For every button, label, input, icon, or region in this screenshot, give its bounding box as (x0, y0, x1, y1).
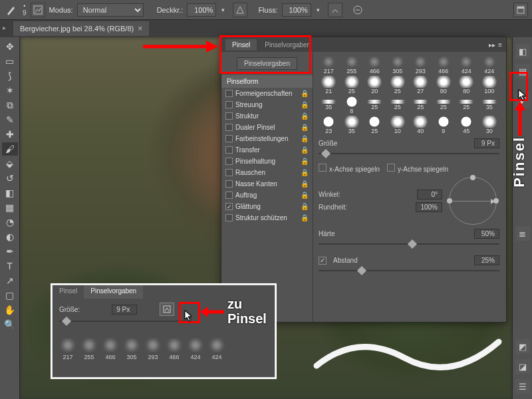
brush-option-streuung[interactable]: Streuung🔒 (221, 99, 313, 110)
dock-bottom2-icon[interactable]: ◪ (515, 359, 530, 374)
airbrush-icon[interactable] (328, 3, 342, 17)
tab-pinselvorgaben[interactable]: Pinselvorgaben (258, 39, 317, 51)
popup-thumbnails[interactable]: 217255466305293466424424 (59, 338, 268, 360)
brush-option-auftrag[interactable]: Auftrag🔒 (221, 190, 313, 201)
panel-menu-icon[interactable]: ≡ (498, 41, 502, 49)
brush-thumb[interactable]: 25 (388, 96, 408, 114)
history-brush-tool[interactable]: ↺ (2, 172, 18, 185)
shape-tool[interactable]: ▢ (2, 289, 18, 302)
brush-thumb[interactable]: 25 (364, 96, 385, 114)
tab-pinsel[interactable]: Pinsel (225, 39, 257, 51)
blend-mode-select[interactable]: Normal (77, 3, 144, 17)
magic-wand-tool[interactable]: ✶ (2, 84, 18, 97)
angle-value[interactable]: 0° (417, 190, 442, 200)
brush-thumb[interactable]: 305 (388, 56, 408, 74)
brush-option-struktur-schützen[interactable]: Struktur schützen🔒 (221, 212, 313, 223)
pen-tool[interactable]: ✒ (2, 245, 18, 258)
eraser-tool[interactable]: ◧ (2, 186, 18, 200)
crop-tool[interactable]: ⧉ (2, 98, 18, 112)
close-icon[interactable]: × (138, 24, 142, 33)
brush-thumb[interactable]: 217 (59, 338, 76, 360)
move-tool[interactable]: ✥ (2, 40, 18, 53)
gradient-tool[interactable]: ▦ (2, 201, 18, 214)
dodge-tool[interactable]: ◐ (2, 230, 18, 243)
popup-size-slider[interactable] (59, 317, 186, 326)
popup-tab-pinsel[interactable]: Pinsel (53, 285, 84, 299)
path-tool[interactable]: ↗ (2, 274, 18, 287)
brush-option-pinselhaltung[interactable]: Pinselhaltung🔒 (221, 156, 313, 167)
brush-thumb[interactable]: 255 (80, 338, 98, 360)
hardness-slider[interactable] (319, 239, 499, 249)
brush-thumb[interactable]: 8 (342, 96, 362, 114)
brush-thumb[interactable]: 424 (187, 338, 204, 360)
document-tab[interactable]: Bergviecher.jpg bei 28.4% (RGB/8) × (13, 21, 149, 36)
spacing-checkbox[interactable]: ✓ (319, 257, 327, 265)
brush-thumb[interactable]: 25 (434, 96, 454, 114)
brush-thumb[interactable]: 217 (319, 56, 339, 74)
brush-thumb[interactable]: 45 (456, 116, 477, 134)
brush-thumb[interactable]: 25 (456, 96, 477, 114)
brush-thumb[interactable]: 20 (364, 76, 385, 94)
dock-swatches-icon[interactable]: ◧ (515, 44, 530, 59)
brush-thumb[interactable]: 100 (479, 76, 500, 94)
brush-thumb[interactable]: 466 (434, 56, 454, 74)
brush-option-struktur[interactable]: Struktur🔒 (221, 110, 313, 122)
healing-tool[interactable]: ✚ (2, 128, 18, 141)
panel-toggle-icon[interactable] (513, 3, 528, 17)
eyedropper-tool[interactable]: ✎ (2, 113, 18, 126)
opacity-input[interactable]: 100% (187, 3, 216, 17)
brush-option-formeigenschaften[interactable]: Formeigenschaften🔒 (221, 88, 313, 99)
stamp-tool[interactable]: ⬙ (2, 157, 18, 170)
angle-control[interactable] (449, 177, 497, 225)
dock-bottom1-icon[interactable]: ◩ (515, 339, 530, 354)
brush-thumb[interactable]: 293 (410, 56, 431, 74)
spacing-slider[interactable] (319, 266, 499, 275)
opacity-pressure-icon[interactable] (233, 3, 247, 17)
brush-thumb[interactable]: 23 (319, 116, 339, 134)
lasso-tool[interactable]: ⟆ (2, 69, 18, 82)
dock-layers-icon[interactable]: ≣ (515, 226, 530, 241)
dock-color-icon[interactable]: ▤ (515, 64, 530, 78)
brush-thumb[interactable]: 80 (456, 76, 477, 94)
dock-bottom3-icon[interactable]: ☰ (515, 379, 530, 394)
brush-thumb[interactable]: 21 (319, 76, 339, 94)
brush-thumb[interactable]: 25 (388, 76, 408, 94)
brush-thumb[interactable]: 424 (456, 56, 477, 74)
hardness-value[interactable]: 50% (474, 229, 499, 239)
marquee-tool[interactable]: ▭ (2, 55, 18, 68)
brush-option-rauschen[interactable]: Rauschen🔒 (221, 167, 313, 178)
brush-thumb[interactable]: 466 (364, 56, 385, 74)
type-tool[interactable]: T (2, 259, 18, 273)
brush-thumb[interactable]: 466 (102, 338, 119, 360)
brush-thumb[interactable]: 35 (479, 96, 500, 114)
brush-thumb[interactable]: 40 (410, 116, 431, 134)
brush-thumb[interactable]: 424 (208, 338, 225, 360)
brush-thumb[interactable]: 25 (342, 76, 362, 94)
brush-option-transfer[interactable]: Transfer🔒 (221, 144, 313, 156)
brush-size-indicator[interactable]: •9 (23, 3, 27, 17)
brush-thumb[interactable]: 255 (342, 56, 362, 74)
pinselvorgaben-button[interactable]: Pinselvorgaben (237, 57, 297, 70)
brush-thumb[interactable]: 25 (410, 96, 431, 114)
flip-x-checkbox[interactable] (319, 164, 327, 172)
brush-thumb[interactable]: 27 (410, 76, 431, 94)
popup-tab-vorgaben[interactable]: Pinselvorgaben (84, 285, 143, 299)
brush-tool-icon[interactable] (4, 3, 19, 17)
size-value[interactable]: 9 Px (474, 138, 499, 148)
flip-y-checkbox[interactable] (387, 164, 395, 172)
brush-option-glättung[interactable]: ✓Glättung🔒 (221, 201, 313, 212)
toggle-brush-panel-button[interactable] (160, 303, 174, 316)
hand-tool[interactable]: ✋ (2, 303, 18, 317)
brush-tool[interactable]: 🖌 (2, 142, 18, 156)
blur-tool[interactable]: ◔ (2, 215, 18, 229)
size-slider[interactable] (319, 149, 499, 158)
brush-thumb[interactable]: 35 (342, 116, 362, 134)
brush-shape-header[interactable]: Pinselform (221, 75, 313, 88)
brush-option-farbeinstellungen[interactable]: Farbeinstellungen🔒 (221, 133, 313, 144)
spacing-value[interactable]: 25% (474, 255, 499, 265)
popup-size-value[interactable]: 9 Px (112, 305, 137, 315)
tablet-pressure-icon[interactable] (350, 3, 365, 17)
flow-input[interactable]: 100% (282, 3, 311, 17)
brush-thumb[interactable]: 80 (434, 76, 454, 94)
brush-thumb[interactable]: 305 (123, 338, 140, 360)
